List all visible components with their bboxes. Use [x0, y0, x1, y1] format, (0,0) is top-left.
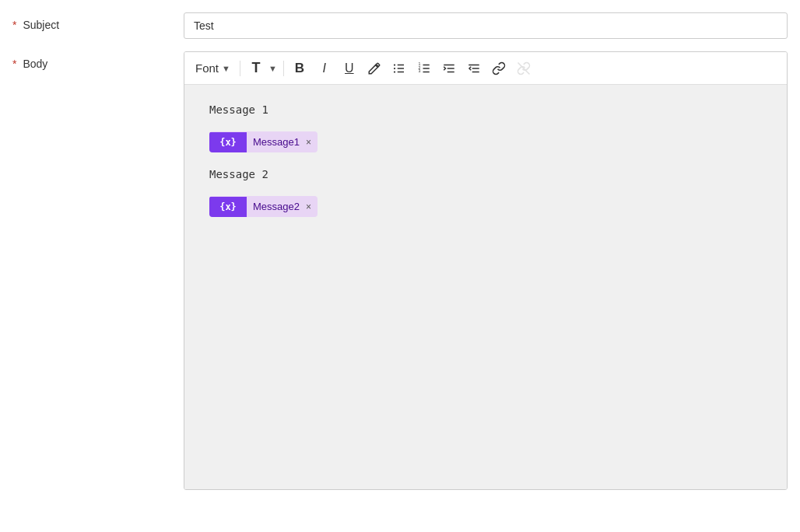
variable-tag-2[interactable]: {x} Message2 ×: [209, 196, 318, 217]
indent-icon: [442, 61, 456, 75]
editor-content-area[interactable]: Message 1 {x} Message1 × Message 2 {x} M…: [184, 85, 787, 489]
toolbar-divider-1: [240, 61, 240, 76]
variable2-close-button[interactable]: ×: [306, 201, 311, 212]
unlink-icon: [517, 61, 531, 75]
unordered-list-button[interactable]: [388, 58, 410, 79]
ordered-list-button[interactable]: 1 2 3: [413, 58, 435, 79]
body-required-star: *: [12, 58, 16, 70]
subject-required-star: *: [12, 19, 16, 31]
font-size-arrow-icon[interactable]: ▼: [267, 61, 279, 76]
font-select-arrow-icon: ▼: [222, 64, 230, 73]
subject-input[interactable]: [184, 12, 788, 39]
link-button[interactable]: [488, 58, 510, 79]
italic-button[interactable]: I: [314, 58, 335, 79]
svg-point-3: [394, 64, 395, 65]
variable2-icon: {x}: [209, 197, 247, 217]
ordered-list-icon: 1 2 3: [417, 61, 431, 75]
underline-button[interactable]: U: [339, 58, 360, 79]
editor-toolbar: Font ▼ T ▼ B I: [184, 52, 787, 85]
variable-tag-1[interactable]: {x} Message1 ×: [209, 131, 318, 152]
bold-button[interactable]: B: [289, 58, 311, 79]
font-select-label: Font: [195, 61, 219, 75]
variable2-label: Message2 ×: [247, 196, 318, 217]
body-editor: Font ▼ T ▼ B I: [184, 51, 788, 490]
svg-text:3: 3: [418, 68, 420, 73]
indent-button[interactable]: [438, 58, 460, 79]
font-size-button[interactable]: T: [245, 57, 267, 79]
variable1-icon: {x}: [209, 132, 247, 152]
font-select-button[interactable]: Font ▼: [191, 58, 235, 78]
variable1-label: Message1 ×: [247, 131, 318, 152]
toolbar-divider-2: [283, 61, 284, 76]
message1-text: Message 1: [209, 103, 762, 116]
link-icon: [492, 61, 506, 75]
brush-icon: [367, 61, 381, 75]
svg-point-4: [394, 67, 395, 68]
subject-row: * Subject: [0, 12, 800, 39]
unlink-button[interactable]: [513, 58, 535, 79]
svg-point-5: [394, 71, 395, 72]
body-label: * Body: [12, 51, 184, 70]
variable1-close-button[interactable]: ×: [306, 137, 311, 148]
body-row: * Body Font ▼ T ▼ B: [0, 51, 800, 490]
message2-text: Message 2: [209, 168, 762, 180]
outdent-icon: [467, 61, 481, 75]
subject-label: * Subject: [12, 12, 184, 31]
outdent-button[interactable]: [463, 58, 485, 79]
text-color-button[interactable]: [363, 58, 385, 79]
font-size-group: T ▼: [245, 57, 279, 79]
unordered-list-icon: [392, 61, 406, 75]
